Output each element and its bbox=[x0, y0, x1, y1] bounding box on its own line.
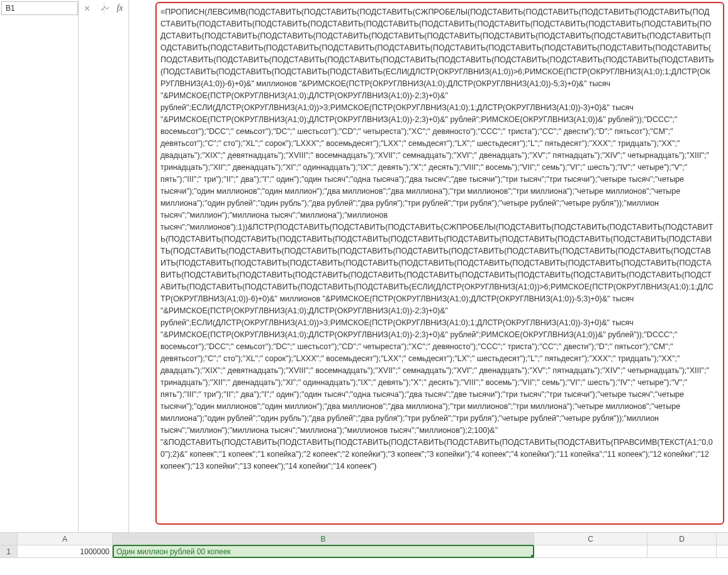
insert-function-button[interactable]: fx bbox=[115, 3, 126, 14]
formula-bar-buttons: ✕ ✓ fx bbox=[79, 0, 129, 532]
column-header-A[interactable]: A bbox=[18, 533, 113, 545]
fx-icon: fx bbox=[116, 3, 123, 13]
selection-fill-handle[interactable] bbox=[531, 555, 534, 558]
formula-bar-region: ✕ ✓ fx =ПРОПИСН(ЛЕВСИМВ(ПОДСТАВИТЬ(ПОДСТ… bbox=[0, 0, 728, 533]
name-box-wrap bbox=[0, 0, 79, 532]
cell-A1[interactable]: 1000000 bbox=[18, 545, 113, 557]
check-icon: ✓ bbox=[100, 4, 107, 13]
name-box[interactable] bbox=[1, 1, 78, 15]
cell-B1[interactable]: Один миллион рублей 00 копеек bbox=[113, 545, 534, 558]
cell-D1[interactable] bbox=[647, 545, 717, 557]
cell-C1[interactable] bbox=[534, 545, 647, 557]
column-header-C[interactable]: C bbox=[534, 533, 647, 545]
cell-B1-value: Один миллион рублей 00 копеек bbox=[116, 547, 231, 556]
row-header-1[interactable]: 1 bbox=[0, 545, 18, 557]
formula-bar[interactable]: =ПРОПИСН(ЛЕВСИМВ(ПОДСТАВИТЬ(ПОДСТАВИТЬ(П… bbox=[129, 0, 728, 532]
column-header-B[interactable]: B bbox=[113, 533, 534, 545]
enter-button[interactable]: ✓ bbox=[98, 3, 109, 14]
column-header-D[interactable]: D bbox=[647, 533, 717, 545]
select-all-corner[interactable] bbox=[0, 533, 18, 545]
table-row: 1 1000000 Один миллион рублей 00 копеек bbox=[0, 545, 728, 558]
column-headers: A B C D bbox=[0, 533, 728, 545]
worksheet-grid[interactable]: A B C D 1 1000000 Один миллион рублей 00… bbox=[0, 533, 728, 575]
formula-bar-text[interactable]: =ПРОПИСН(ЛЕВСИМВ(ПОДСТАВИТЬ(ПОДСТАВИТЬ(П… bbox=[155, 4, 724, 528]
cancel-button[interactable]: ✕ bbox=[82, 3, 93, 14]
close-icon: ✕ bbox=[84, 4, 91, 13]
